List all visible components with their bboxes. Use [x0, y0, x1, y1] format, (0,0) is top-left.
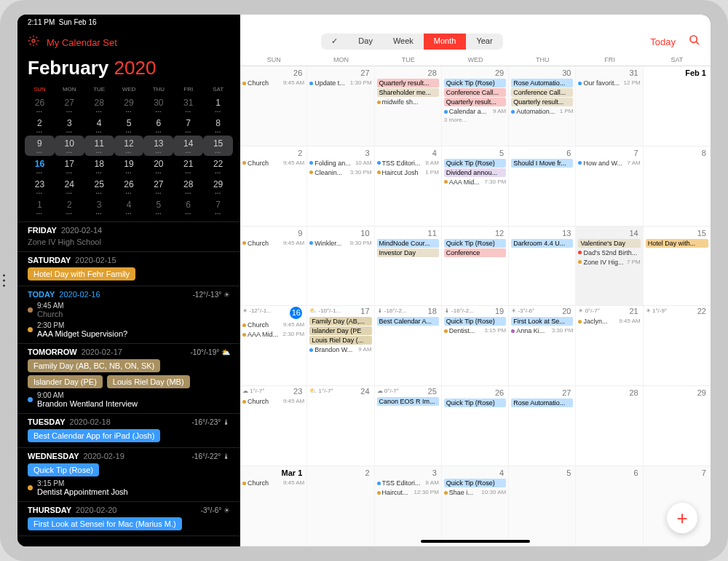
day-cell[interactable]: 2Church9:45 AM [240, 146, 307, 226]
mini-day[interactable]: 2••• [55, 197, 84, 217]
agenda-chip[interactable]: Islander Day (PE) [28, 375, 103, 388]
mini-day[interactable]: 11••• [84, 136, 114, 156]
view-tab[interactable]: Week [383, 34, 424, 50]
event-row[interactable]: Folding an...10 AM [309, 159, 371, 168]
event-bar[interactable]: Quick Tip (Rose) [444, 479, 506, 487]
mini-day[interactable]: 27••• [55, 95, 84, 115]
mini-day[interactable]: 9••• [25, 136, 55, 156]
event-bar[interactable]: Investor Day [377, 248, 439, 257]
agenda-item[interactable]: 9:00 AMBrandon Wentland Interview [28, 391, 230, 408]
event-bar[interactable]: Canon EOS R Im... [377, 397, 439, 406]
event-bar[interactable]: Rose Automatio... [511, 399, 573, 407]
event-bar[interactable]: Conference Call... [511, 88, 573, 97]
mini-day[interactable]: 3••• [55, 115, 84, 136]
agenda-list[interactable]: FRIDAY2020-02-14Zone IV High SchoolSATUR… [17, 221, 240, 546]
mini-day[interactable]: 15••• [203, 136, 233, 156]
event-row[interactable]: Anna Ki...3:30 PM [511, 326, 573, 335]
event-row[interactable]: midwife sh... [377, 98, 439, 106]
mini-day[interactable]: 1••• [25, 197, 55, 217]
agenda-item[interactable]: 9:45 AMChurch [28, 302, 230, 318]
day-cell[interactable]: 15Hotel Day with... [644, 227, 711, 306]
day-cell[interactable]: 12Quick Tip (Rose)Conference [442, 227, 509, 306]
agenda-item[interactable]: 3:15 PMDentist Appointment Josh [28, 479, 230, 496]
event-bar[interactable]: Quarterly result... [444, 98, 506, 106]
day-cell[interactable]: 26Quick Tip (Rose) [442, 386, 509, 466]
event-bar[interactable]: Quick Tip (Rose) [444, 79, 506, 87]
mini-day[interactable]: 16••• [25, 156, 55, 176]
event-row[interactable]: Church9:45 AM [242, 321, 304, 329]
mini-day[interactable]: 21••• [173, 156, 203, 176]
event-bar[interactable]: Conference Call... [444, 88, 506, 97]
mini-day[interactable]: 10••• [55, 136, 84, 156]
day-cell[interactable]: ☀ -3°/-6°20First Look at Se...Anna Ki...… [509, 306, 576, 385]
mini-day[interactable]: 24••• [55, 176, 84, 197]
calendar-set-name[interactable]: My Calendar Set [47, 37, 117, 48]
event-row[interactable]: Jaclyn...9:45 AM [578, 317, 640, 326]
event-row[interactable]: TSS Editori...8 AM [377, 479, 439, 487]
mini-day[interactable]: 6••• [143, 115, 173, 136]
mini-day[interactable]: 31••• [173, 95, 203, 115]
event-bar[interactable]: Quarterly result... [377, 79, 439, 87]
day-cell[interactable]: 5Quick Tip (Rose)Dividend annou...AAA Mi… [442, 146, 509, 226]
event-row[interactable]: Cleanin...3:30 PM [309, 168, 371, 177]
mini-day[interactable]: 17••• [55, 156, 84, 176]
event-row[interactable]: How and W...7 AM [578, 159, 640, 168]
mini-day[interactable]: 20••• [143, 156, 173, 176]
agenda-chip[interactable]: First Look at Sensei for Mac (Marius M.) [28, 517, 182, 530]
day-cell[interactable]: 10Winkler...8:30 PM [307, 227, 374, 306]
event-bar[interactable]: Hotel Day with... [646, 239, 708, 248]
event-row[interactable]: Our favorit...12 PM [578, 79, 640, 87]
day-cell[interactable]: 🌡 -16°/-2...18Best Calendar A... [375, 306, 442, 385]
mini-day[interactable]: 30••• [143, 95, 173, 115]
day-cell[interactable]: ☀ 1°/-9°22 [644, 306, 711, 385]
search-icon[interactable] [689, 34, 700, 49]
day-cell[interactable]: 27Rose Automatio... [509, 386, 576, 466]
event-bar[interactable]: Islander Day (PE [309, 326, 371, 335]
event-row[interactable]: Update t...1:30 PM [309, 79, 371, 87]
day-cell[interactable]: 28Quarterly result...Shareholder me...mi… [375, 66, 442, 146]
event-bar[interactable]: Quick Tip (Rose) [444, 399, 506, 407]
event-bar[interactable]: Louis Riel Day (... [309, 336, 371, 345]
mini-day[interactable]: 6••• [173, 197, 203, 217]
view-segmented-control[interactable]: ✓DayWeekMonthYear [321, 34, 502, 50]
day-cell[interactable]: 3TSS Editori...8 AMHaircut...12:30 PM [375, 466, 442, 546]
event-bar[interactable]: Family Day (AB,... [309, 317, 371, 326]
day-cell[interactable]: 3Folding an...10 AMCleanin...3:30 PM [307, 146, 374, 226]
view-tab[interactable]: Month [424, 34, 467, 50]
agenda-chip[interactable]: Quick Tip (Rose) [28, 463, 99, 476]
agenda-item[interactable]: Zone IV High School [28, 238, 230, 246]
event-row[interactable]: Brandon W...9 AM [309, 345, 371, 354]
day-cell[interactable]: Mar 1Church9:45 AM [240, 466, 307, 546]
day-cell[interactable]: 🌡 -16°/-2...19Quick Tip (Rose)Dentist...… [442, 306, 509, 385]
day-cell[interactable]: 9Church9:45 AM [240, 227, 307, 306]
event-row[interactable]: Shae i...10:30 AM [444, 488, 506, 497]
mini-day[interactable]: 26••• [25, 95, 55, 115]
agenda-item[interactable]: 2:30 PMAAA Midget Supervision? [28, 321, 230, 338]
event-bar[interactable]: Rose Automatio... [511, 79, 573, 87]
day-cell[interactable]: 8 [644, 146, 711, 226]
mini-day[interactable]: 28••• [84, 95, 114, 115]
day-cell[interactable]: 26Church9:45 AM [240, 66, 307, 146]
day-cell[interactable]: 2 [307, 466, 374, 546]
event-bar[interactable]: Quarterly result... [511, 98, 573, 106]
event-bar[interactable]: Shareholder me... [377, 88, 439, 97]
mini-day[interactable]: 13••• [143, 136, 173, 156]
view-tab[interactable]: Day [348, 34, 383, 50]
event-bar[interactable]: Quick Tip (Rose) [444, 159, 506, 168]
mini-day[interactable]: 7••• [203, 197, 233, 217]
event-row[interactable]: Haircut Josh1 PM [377, 168, 439, 177]
mini-calendar[interactable]: SUNMONTUEWEDTHUFRISAT 26•••27•••28•••29•… [17, 82, 240, 221]
day-cell[interactable]: 6Should I Move fr... [509, 146, 576, 226]
event-row[interactable]: Church9:45 AM [242, 397, 304, 406]
event-row[interactable]: Calendar a...9 AM [444, 107, 506, 116]
event-row[interactable]: Automation...1 PM [511, 107, 573, 116]
mini-day[interactable]: 4••• [114, 197, 144, 217]
mini-day[interactable]: 29••• [114, 95, 144, 115]
agenda-chip[interactable]: Louis Riel Day (MB) [107, 375, 190, 388]
mini-day[interactable]: 8••• [203, 115, 233, 136]
mini-day[interactable]: 5••• [143, 197, 173, 217]
event-bar[interactable]: Darkroom 4.4 U... [511, 239, 573, 248]
mini-day[interactable]: 2••• [25, 115, 55, 136]
event-row[interactable]: AAA Mid...7:30 PM [444, 178, 506, 187]
add-event-button[interactable]: + [667, 503, 697, 533]
